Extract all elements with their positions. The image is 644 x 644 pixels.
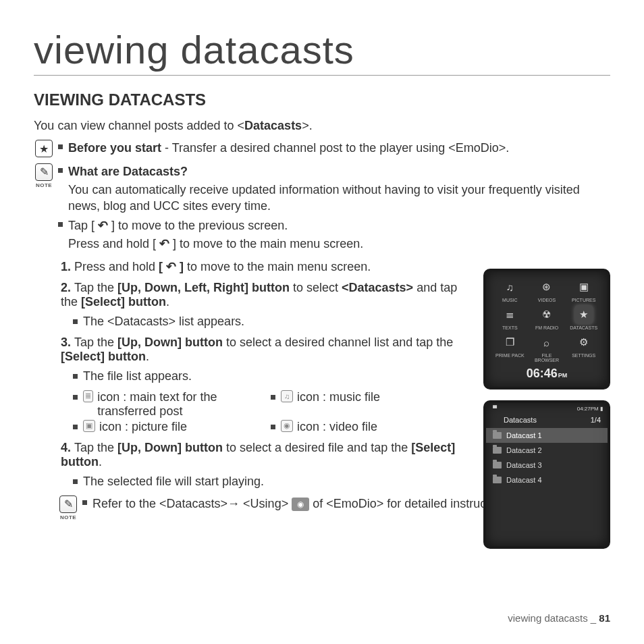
list-title: Datacasts xyxy=(504,416,537,424)
note-block-1: ✎ NOTE What are Datacasts? You can autom… xyxy=(34,163,610,252)
section-title: VIEWING DATACASTS xyxy=(34,90,610,109)
battery-icon: ▮ xyxy=(600,406,603,412)
tip-text: Before you start - Transfer a desired ch… xyxy=(68,140,509,157)
clock: 06:46PM xyxy=(492,367,601,381)
folder-icon xyxy=(493,432,502,439)
chapter-title: viewing datacasts xyxy=(34,27,610,76)
step-2-sub: The <Datacasts> list appears. xyxy=(83,315,244,329)
picture-icon: ▣ xyxy=(83,420,95,432)
video-icon: ◉ xyxy=(281,420,293,432)
signal-icon: ▝▘ xyxy=(491,406,499,412)
device-list-screenshot: ▝▘04:27PM ▮ Datacasts1/4 Datacast 1Datac… xyxy=(483,400,610,549)
folder-icon xyxy=(493,477,502,483)
note-caption: NOTE xyxy=(60,514,76,520)
menu-item-pictures: ▣PICTURES xyxy=(566,277,601,302)
menu-item-fm-radio: ☢FM RADIO xyxy=(529,305,565,330)
page-footer: viewing datacasts _ 81 xyxy=(508,612,610,624)
back-icon: ↶ xyxy=(166,259,176,274)
step-3-sub: The file list appears. xyxy=(83,369,192,383)
music-icon: ♫ xyxy=(281,390,293,402)
note2-text: Refer to the <Datacasts>→ <Using> ◉ of <… xyxy=(92,495,515,512)
menu-item-videos: ⊛VIDEOS xyxy=(529,277,565,302)
pencil-icon: ✎ xyxy=(35,163,53,181)
menu-item-prime-pack: ❐PRIME PACK xyxy=(492,333,528,363)
menu-item-file-browser: ⌕FILE BROWSER xyxy=(529,333,565,363)
list-item: Datacast 2 xyxy=(486,443,608,458)
eye-icon: ◉ xyxy=(292,498,309,511)
back-icon: ↶ xyxy=(159,236,169,252)
list-item: Datacast 3 xyxy=(486,458,608,473)
list-counter: 1/4 xyxy=(591,416,601,424)
star-icon: ★ xyxy=(35,140,53,157)
pencil-icon: ✎ xyxy=(59,495,77,513)
list-item: Datacast 4 xyxy=(486,473,608,487)
menu-item-music: ♫MUSIC xyxy=(492,277,528,302)
what-label: What are Datacasts? xyxy=(68,165,188,178)
folder-icon xyxy=(493,447,502,454)
what-text: You can automatically receive updated in… xyxy=(68,182,610,215)
text-icon: ≣ xyxy=(83,390,93,402)
intro-text: You can view channel posts added to <Dat… xyxy=(34,119,610,133)
menu-item-datacasts: ★DATACASTS xyxy=(566,305,601,330)
menu-item-settings: ⚙SETTINGS xyxy=(566,333,601,363)
tap-text: Tap [ ↶ ] to move to the previous screen… xyxy=(68,217,288,234)
tip-block: ★ Before you start - Transfer a desired … xyxy=(34,140,610,158)
device-menu-screenshot: ♫MUSIC⊛VIDEOS▣PICTURES≣TEXTS☢FM RADIO★DA… xyxy=(483,269,610,390)
folder-icon xyxy=(493,462,502,468)
menu-item-texts: ≣TEXTS xyxy=(492,305,528,330)
status-time: 04:27PM xyxy=(577,406,599,412)
step-4-sub: The selected file will start playing. xyxy=(83,475,264,489)
note-caption: NOTE xyxy=(36,182,52,188)
list-item: Datacast 1 xyxy=(486,428,608,443)
back-icon: ↶ xyxy=(98,217,108,234)
hold-text: Press and hold [ ↶ ] to move to the main… xyxy=(68,236,610,252)
